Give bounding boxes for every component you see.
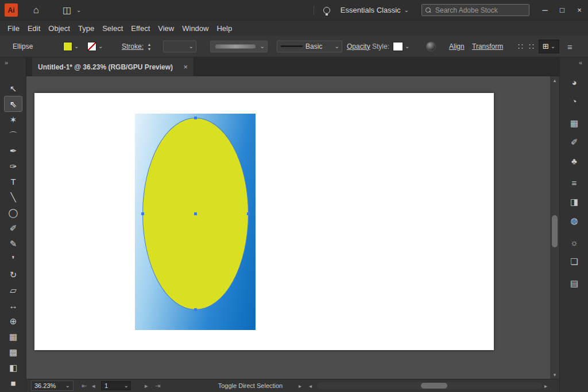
panel-icon-appearance[interactable]: ☼ <box>560 236 588 249</box>
control-panel-menu-icon[interactable]: ≡ <box>567 41 572 51</box>
isolate-selection-dropdown[interactable]: ⊞ ⌄ <box>539 40 559 53</box>
tool-ellipse[interactable]: ◯ <box>5 205 22 220</box>
stroke-weight-stepper[interactable]: ▴ ▾ <box>148 42 150 51</box>
vertical-scroll-thumb[interactable] <box>552 215 558 247</box>
home-icon[interactable]: ⌂ <box>28 3 44 18</box>
align-objects-icon[interactable]: ∷ <box>518 42 523 51</box>
stroke-panel-link[interactable]: Stroke: <box>122 42 144 51</box>
zoom-dropdown[interactable]: 36.23% ⌄ <box>31 381 74 391</box>
stroke-weight-dropdown[interactable]: ⌄ <box>163 40 196 52</box>
document-tab[interactable]: Untitled-1* @ 36.23% (RGB/GPU Preview) × <box>32 57 194 76</box>
tool-paintbrush[interactable]: ✐ <box>5 220 22 235</box>
collapse-panels-icon[interactable]: « <box>579 59 582 66</box>
distribute-objects-icon[interactable]: ∷ <box>529 42 534 51</box>
brush-definition-dropdown[interactable]: Basic ⌄ <box>277 40 342 52</box>
align-panel-link[interactable]: Align <box>449 42 465 51</box>
panel-icon-stroke[interactable]: ≡ <box>560 176 588 189</box>
close-button[interactable]: × <box>571 2 588 18</box>
minimize-button[interactable]: ─ <box>536 2 554 18</box>
search-input[interactable] <box>434 6 520 15</box>
center-point[interactable] <box>194 212 197 215</box>
menu-view[interactable]: View <box>154 21 178 36</box>
menu-edit[interactable]: Edit <box>24 21 44 36</box>
scroll-right-icon[interactable]: ▸ <box>544 383 547 389</box>
stroke-color-swatch[interactable] <box>87 42 96 51</box>
panel-icon-symbols[interactable]: ♣ <box>560 154 588 168</box>
tool-gradient[interactable]: ◧ <box>5 360 22 375</box>
tool-shape-builder[interactable]: ⊕ <box>5 313 22 328</box>
workspace-chevron-icon[interactable]: ⌄ <box>404 7 409 13</box>
menu-select[interactable]: Select <box>98 21 127 36</box>
tool-eyedropper[interactable]: ❜ <box>5 251 22 266</box>
tool-pen[interactable]: ✒ <box>5 143 22 158</box>
adobe-stock-searchbox[interactable] <box>421 4 529 16</box>
maximize-button[interactable]: □ <box>554 2 571 18</box>
panel-icon-gradient[interactable]: ◨ <box>560 195 588 208</box>
tool-magic-wand[interactable]: ✶ <box>5 112 22 127</box>
width-profile-dropdown[interactable]: ⌄ <box>210 40 268 52</box>
panel-icon-brushes[interactable]: ✐ <box>560 135 588 149</box>
panel-icon-layers[interactable]: ▤ <box>560 277 588 290</box>
artboard-chevron-icon[interactable]: ⌄ <box>124 383 129 389</box>
scroll-up-icon[interactable]: ▴ <box>550 76 559 84</box>
next-artboard-icon[interactable]: ▸ <box>145 382 148 390</box>
scroll-left-icon[interactable]: ◂ <box>309 383 312 389</box>
fill-chevron-icon[interactable]: ⌄ <box>74 44 79 49</box>
stepper-down-icon[interactable]: ▾ <box>148 46 150 51</box>
status-flyout-icon[interactable]: ▸ <box>299 383 301 389</box>
tool-direct-selection[interactable]: ⇖ <box>5 96 22 111</box>
tool-perspective-grid[interactable]: ▦ <box>5 329 22 344</box>
menu-effect[interactable]: Effect <box>127 21 154 36</box>
tool-shaper[interactable]: ✎ <box>5 236 22 251</box>
panel-icon-swatches[interactable]: ▦ <box>560 117 588 130</box>
tool-mesh[interactable]: ▩ <box>5 344 22 359</box>
artboard-number-input[interactable] <box>102 382 121 390</box>
workspace-label[interactable]: Essentials Classic <box>341 6 401 14</box>
graphic-style-swatch[interactable] <box>393 42 403 51</box>
first-artboard-icon[interactable]: ⇤ <box>82 382 87 390</box>
last-artboard-icon[interactable]: ⇥ <box>155 382 160 390</box>
chevron-down-icon[interactable]: ⌄ <box>76 7 81 13</box>
menu-window[interactable]: Window <box>178 21 212 36</box>
tab-close-icon[interactable]: × <box>177 63 188 71</box>
expand-tools-icon[interactable]: » <box>5 59 8 66</box>
stroke-chevron-icon[interactable]: ⌄ <box>98 44 103 49</box>
scroll-down-icon[interactable]: ▾ <box>550 371 559 379</box>
menu-object[interactable]: Object <box>44 21 74 36</box>
transform-panel-link[interactable]: Transform <box>472 42 503 51</box>
control-bar: Ellipse ⌄ ⌄ Stroke: ▴ ▾ ⌄ ⌄ Basic ⌄ Opac… <box>0 36 588 57</box>
panel-icon-color-guide[interactable]: ◔ <box>560 95 588 108</box>
tool-free-transform[interactable]: ▱ <box>5 282 22 297</box>
recolor-artwork-icon[interactable] <box>426 41 436 51</box>
tool-icon: ■ <box>10 379 16 387</box>
vertical-scrollbar[interactable]: ▴ ▾ <box>550 76 559 379</box>
tool-width[interactable]: ↔ <box>5 298 22 313</box>
menu-file[interactable]: File <box>3 21 24 36</box>
anchor-top[interactable] <box>194 117 197 119</box>
style-chevron-icon[interactable]: ⌄ <box>405 44 409 49</box>
artboard-navigation-field[interactable]: ⌄ <box>101 381 131 390</box>
panel-icon-color[interactable]: ◕ <box>560 76 588 89</box>
tool-line-segment[interactable]: ╲ <box>5 189 22 204</box>
menu-help[interactable]: Help <box>212 21 236 36</box>
menu-type[interactable]: Type <box>74 21 98 36</box>
panel-icon-transparency[interactable]: ◍ <box>560 214 588 227</box>
anchor-bottom[interactable] <box>194 308 197 311</box>
tool-curvature[interactable]: ✑ <box>5 158 22 173</box>
tool-rotate[interactable]: ↻ <box>5 267 22 282</box>
previous-artboard-icon[interactable]: ◂ <box>92 382 95 390</box>
fill-color-swatch[interactable] <box>63 42 72 51</box>
tool-lasso[interactable]: ⌒ <box>5 127 22 142</box>
tool-type[interactable]: T <box>5 174 22 189</box>
tool-color[interactable]: ■ <box>5 375 22 390</box>
horizontal-scroll-thumb[interactable] <box>421 383 447 389</box>
panel-icon-artboards[interactable]: ❏ <box>560 255 588 268</box>
anchor-right[interactable] <box>247 212 250 215</box>
arrange-documents-icon[interactable]: ◫ <box>59 3 75 18</box>
tool-selection[interactable]: ↖ <box>5 81 22 96</box>
anchor-left[interactable] <box>141 212 144 215</box>
stepper-up-icon[interactable]: ▴ <box>148 42 150 46</box>
canvas[interactable] <box>26 76 550 379</box>
opacity-panel-link[interactable]: Opacity <box>347 42 370 51</box>
lightbulb-icon[interactable] <box>323 7 330 14</box>
